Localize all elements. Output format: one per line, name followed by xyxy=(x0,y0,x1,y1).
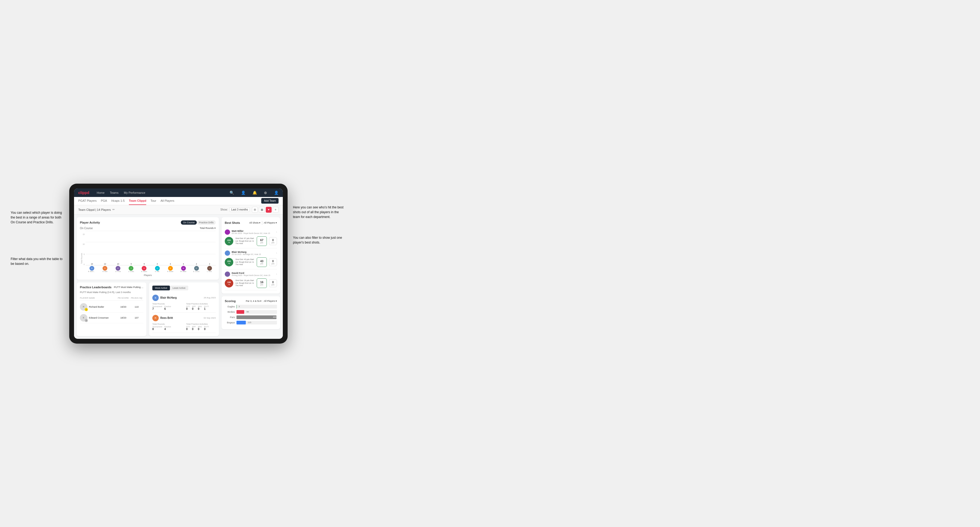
scoring-filter2[interactable]: All Players ▾ xyxy=(264,300,277,302)
scoring-val-eagles: 3 xyxy=(239,305,240,308)
time-filter-dropdown[interactable]: Last 3 months xyxy=(229,207,250,212)
least-active-tab[interactable]: Least Active xyxy=(170,286,188,290)
avatar-icon[interactable]: 👤 xyxy=(274,190,278,195)
on-course-toggle[interactable]: On Course xyxy=(181,221,197,225)
all-players-dropdown[interactable]: All Players ▾ xyxy=(264,221,277,224)
shot-info-2: Shot Dist: 43 yds Start Lie: Rough End L… xyxy=(235,258,255,266)
shot-badge-1: 200 sg xyxy=(225,237,233,245)
chevron-right-icon-3[interactable]: › xyxy=(276,273,277,275)
annotation-left-top: You can select which player is doing the… xyxy=(11,210,64,225)
leaderboard-dropdown[interactable]: PUTT Must Make Putting ... xyxy=(114,286,143,289)
bell-icon[interactable]: 🔔 xyxy=(253,190,257,195)
show-label: Show: xyxy=(220,208,228,211)
scoring-bar-birdies: 96 xyxy=(237,310,277,314)
on-course-label: On Course xyxy=(80,227,93,230)
shot-avatar-3 xyxy=(225,271,230,277)
scoring-val-bogeys: 115 xyxy=(248,321,251,324)
practice-group-2: Total Practice Activities GTT 0 APP xyxy=(186,323,216,330)
player-activity-card: Player Activity On Course Practice Drill… xyxy=(77,217,219,280)
shot-dist-box-2: 43 yds xyxy=(257,257,267,267)
plus-circle-icon[interactable]: ⊕ xyxy=(264,190,267,195)
rank-badge-1: 1 xyxy=(85,308,88,311)
scoring-label-birdies: Birdies xyxy=(225,311,235,313)
col-player-name: PLAYER NAME xyxy=(80,297,117,299)
scoring-fill-bogeys xyxy=(237,321,246,324)
nav-my-performance[interactable]: My Performance xyxy=(124,191,145,194)
player-avatar-8: E E. Cross. xyxy=(190,266,203,273)
player-avatar-1: R R. Britt xyxy=(99,266,111,273)
heart-view-btn[interactable]: ♥ xyxy=(266,207,272,213)
shot-badge-2: 200 sg xyxy=(225,258,233,267)
shot-zero-box-1: 0 yds xyxy=(269,237,277,245)
y-axis-title: Total Rounds xyxy=(81,253,83,264)
logo: clippd xyxy=(78,190,89,195)
subnav-pga[interactable]: PGA xyxy=(101,197,107,205)
scoring-bogeys: Bogeys 115 xyxy=(225,321,277,324)
team-title: Team Clippd | 14 Players xyxy=(78,208,111,211)
shot-item-2: Blair McHarg 23 Jul 2023 · Ashridge GC, … xyxy=(225,248,277,269)
player-avatar-2: D D. Ford xyxy=(112,266,124,273)
most-active-card: Most Active Least Active B Blair McHarg … xyxy=(149,283,219,336)
chevron-right-icon-1[interactable]: › xyxy=(276,230,277,233)
add-team-button[interactable]: Add Team xyxy=(261,198,278,204)
shot-meta-1: 09 Jun 2023 · Royal North Devon GC, Hole… xyxy=(232,232,276,234)
scoring-eagles: Eagles 3 xyxy=(225,305,277,308)
grid-view-btn[interactable]: ⊞ xyxy=(252,207,258,213)
all-shots-dropdown[interactable]: All Shots ▾ xyxy=(249,221,261,224)
bottom-left: Practice Leaderboards PUTT Must Make Put… xyxy=(77,283,219,336)
rounds-group-1: Total Rounds Tournament 7 Practice xyxy=(152,303,182,310)
subnav-hcaps[interactable]: Hcaps 1-5 xyxy=(111,197,125,205)
player-avatar-5: O O. Bill. xyxy=(151,266,163,273)
top-nav: clippd Home Teams My Performance 🔍 👤 🔔 ⊕… xyxy=(74,189,283,197)
scoring-title: Scoring xyxy=(225,300,236,303)
chart-dropdown[interactable]: Total Rounds ▾ xyxy=(200,227,216,229)
user-icon[interactable]: 👤 xyxy=(241,190,245,195)
shot-item-3: David Ford 24 Aug 2023 · Royal North Dev… xyxy=(225,269,277,290)
practice-drills-toggle[interactable]: Practice Drills xyxy=(197,221,216,225)
scoring-birdies: Birdies 96 xyxy=(225,310,277,314)
subnav-tour[interactable]: Tour xyxy=(151,197,156,205)
shot-details-1: 200 sg Shot Dist: 67 yds Start Lie: Roug… xyxy=(225,237,277,246)
scoring-fill-birdies xyxy=(237,310,244,314)
chart-area: 0 5 10 15 Total Rounds xyxy=(80,231,216,273)
activity-date-1: 26 Aug 2023 xyxy=(204,297,216,299)
nav-teams[interactable]: Teams xyxy=(110,191,119,194)
view-icons-group: ⊞ ▦ ♥ ≡ xyxy=(252,207,278,213)
search-icon[interactable]: 🔍 xyxy=(229,190,234,195)
player-name-richard: Richard Butler xyxy=(89,306,104,308)
shot-details-2: 200 sg Shot Dist: 43 yds Start Lie: Roug… xyxy=(225,257,277,267)
shot-meta-3: 24 Aug 2023 · Royal North Devon GC, Hole… xyxy=(232,275,276,276)
tile-view-btn[interactable]: ▦ xyxy=(259,207,265,213)
activity-name-2: Rees Britt xyxy=(160,316,204,319)
leaderboard-subtitle: PUTT Must Make Putting (3-6 ft), Last 3 … xyxy=(80,291,143,294)
scoring-filter1[interactable]: Par 3, 4 & 5s ▾ xyxy=(246,300,261,302)
chevron-right-icon-2[interactable]: › xyxy=(276,252,277,254)
shot-details-3: 198 sg Shot Dist: 16 yds Start Lie: Roug… xyxy=(225,278,277,288)
nav-home[interactable]: Home xyxy=(97,191,104,194)
most-active-tab[interactable]: Most Active xyxy=(152,286,170,290)
right-panel: Best Shots All Shots ▾ | All Players ▾ xyxy=(221,217,280,336)
leaderboard-columns: PLAYER NAME PB SCORE PB AVG SQ xyxy=(80,296,143,300)
activity-player-2: R Rees Britt 02 Sep 2023 Total Rounds xyxy=(152,313,216,333)
shot-zero-box-2: 0 yds xyxy=(269,258,277,266)
subnav-all-players[interactable]: All Players xyxy=(161,197,174,205)
shot-player-2: Blair McHarg xyxy=(232,251,276,253)
annotation-right-middle: Here you can see who's hit the best shot… xyxy=(293,205,346,219)
shot-dist-box-1: 67 yds xyxy=(257,237,267,246)
annotation-right-bottom: You can also filter to show just one pla… xyxy=(293,235,346,245)
subnav-pgat[interactable]: PGAT Players xyxy=(78,197,97,205)
player-avatars-row: B B. McHarg R R. Britt D D. Ford xyxy=(86,266,216,273)
player-avatar-6: R R. Butler xyxy=(164,266,177,273)
list-view-btn[interactable]: ≡ xyxy=(273,207,278,213)
shot-item-1: Matt Miller 09 Jun 2023 · Royal North De… xyxy=(225,227,277,248)
chart-section-header: On Course Total Rounds ▾ xyxy=(80,227,216,230)
subnav-team-clippd[interactable]: Team Clippd xyxy=(129,197,146,205)
leaderboard-row-1: R 1 Richard Butler 19/20 110 xyxy=(80,302,143,313)
tablet-screen: clippd Home Teams My Performance 🔍 👤 🔔 ⊕… xyxy=(74,189,283,339)
edit-icon[interactable]: ✏ xyxy=(112,208,115,211)
pb-edward: 18/20 xyxy=(117,316,130,319)
leaderboard-row-2: E 2 Edward Crossman 18/20 107 xyxy=(80,313,143,323)
activity-stats-2: Total Rounds Tournament 8 Practice xyxy=(152,323,216,330)
shot-header-1: Matt Miller 09 Jun 2023 · Royal North De… xyxy=(225,229,277,235)
player-activity-title: Player Activity xyxy=(80,221,100,224)
